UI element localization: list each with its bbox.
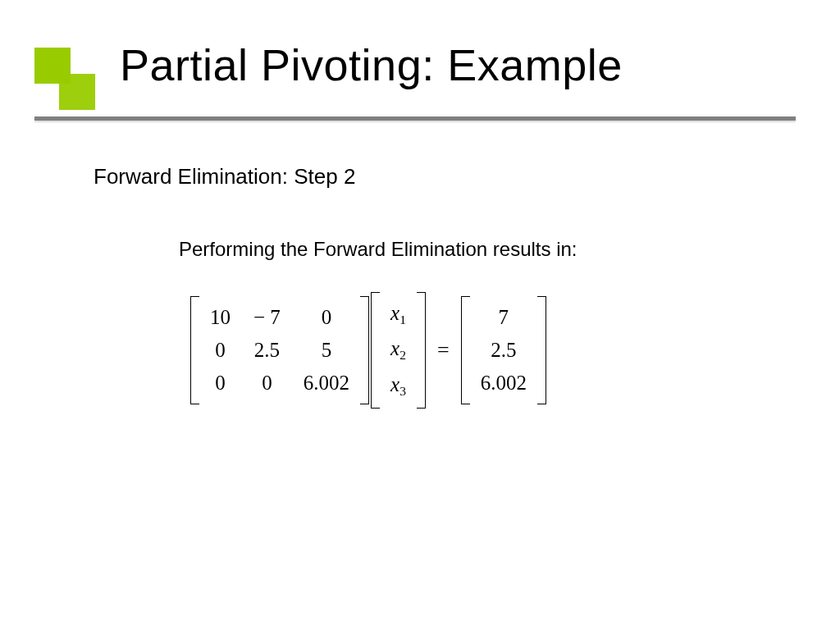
vector-b-cell: 2.5 — [469, 334, 538, 367]
matrix-a-cell: 0 — [199, 334, 242, 367]
matrix-a-cell: − 7 — [242, 301, 292, 334]
matrix-a-cell: 0 — [242, 367, 292, 399]
title-underline — [34, 116, 796, 121]
matrix-a-cell: 0 — [199, 367, 242, 399]
matrix-a-cell: 0 — [292, 301, 361, 334]
vector-x-cell: x3 — [379, 368, 418, 404]
matrix-a-cell: 5 — [292, 334, 361, 367]
vector-x-cell: x2 — [379, 332, 418, 368]
vector-b: 7 2.5 6.002 — [461, 296, 546, 404]
vector-b-cell: 7 — [469, 301, 538, 334]
matrix-a: 10 − 7 0 0 2.5 5 0 0 6.002 — [190, 296, 369, 404]
vector-b-cell: 6.002 — [469, 367, 538, 399]
body-text: Performing the Forward Elimination resul… — [179, 238, 578, 261]
matrix-a-cell: 10 — [199, 301, 242, 334]
equals-sign: = — [427, 338, 459, 363]
slide-title: Partial Pivoting: Example — [120, 39, 623, 90]
vector-x-cell: x1 — [379, 297, 418, 332]
vector-x: x1 x2 x3 — [371, 292, 426, 409]
matrix-a-cell: 6.002 — [292, 367, 361, 399]
matrix-equation: 10 − 7 0 0 2.5 5 0 0 6.002 x1 x2 — [190, 292, 546, 409]
decoration-square-icon — [34, 48, 71, 84]
matrix-a-cell: 2.5 — [242, 334, 292, 367]
slide: Partial Pivoting: Example Forward Elimin… — [0, 0, 840, 630]
step-subtitle: Forward Elimination: Step 2 — [94, 164, 355, 189]
